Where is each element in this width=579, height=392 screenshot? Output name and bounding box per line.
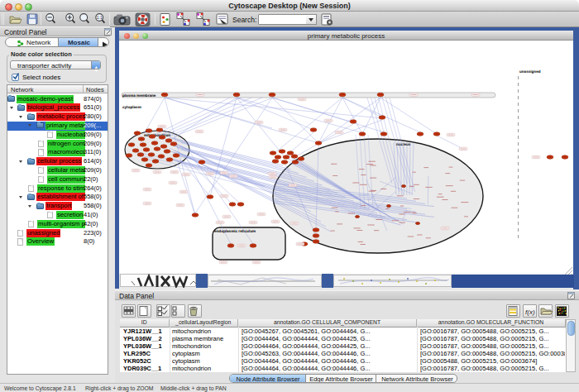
svg-text:endoplasmic reticulum: endoplasmic reticulum bbox=[214, 229, 256, 233]
svg-text:f(x): f(x) bbox=[525, 308, 535, 316]
svg-text:1:1: 1:1 bbox=[97, 15, 103, 20]
svg-text:unassigned: unassigned bbox=[519, 69, 541, 74]
svg-text:plasma membrane: plasma membrane bbox=[122, 93, 156, 98]
svg-text:cytoplasm: cytoplasm bbox=[122, 105, 141, 109]
svg-text:Search:: Search: bbox=[232, 16, 256, 24]
